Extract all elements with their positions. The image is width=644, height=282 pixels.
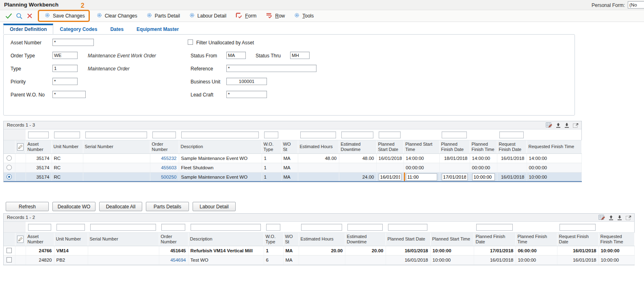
tab-category-codes[interactable]: Category Codes — [53, 24, 104, 34]
row-radio[interactable] — [7, 174, 12, 179]
column-filter-input[interactable] — [54, 131, 80, 138]
column-filter-input[interactable] — [90, 224, 156, 231]
pencil-icon[interactable] — [17, 143, 24, 151]
toolbar-button-form[interactable]: Form — [232, 11, 260, 21]
toolbar-button-save-changes[interactable]: Save Changes — [41, 11, 89, 21]
priority-field[interactable] — [52, 78, 78, 85]
customize-grid-icon[interactable] — [598, 214, 605, 221]
column-filter-input[interactable] — [559, 224, 596, 231]
tab-equipment-master[interactable]: Equipment Master — [130, 24, 185, 34]
find-icon[interactable] — [14, 11, 24, 20]
column-header-description[interactable]: Description — [188, 232, 264, 246]
toolbar-button-clear-changes[interactable]: Clear Changes — [93, 11, 141, 21]
column-header-wo-st[interactable]: WO St — [283, 232, 299, 246]
column-header-planned-start-date[interactable]: Planned Start Date — [376, 140, 403, 153]
order-type-field[interactable] — [52, 52, 78, 59]
column-header-planned-finish-time[interactable]: Planned Finish Time — [516, 232, 557, 246]
expand-grid-icon[interactable] — [625, 215, 632, 221]
cell-input-planned-finish-date[interactable] — [442, 173, 468, 181]
labour-detail-button[interactable]: Labour Detail — [193, 202, 236, 211]
column-filter-input[interactable] — [181, 131, 259, 138]
column-filter-input[interactable] — [347, 224, 383, 231]
order-number-link[interactable]: 455232 — [161, 156, 176, 161]
column-filter-input[interactable] — [152, 131, 176, 138]
tab-order-definition[interactable]: Order Definition — [3, 24, 53, 34]
asset-number-field[interactable] — [52, 39, 94, 46]
expand-grid-icon[interactable] — [572, 122, 579, 128]
column-filter-input[interactable] — [476, 224, 513, 231]
column-filter-input[interactable] — [388, 224, 427, 231]
row-checkbox[interactable] — [7, 257, 12, 262]
business-unit-field[interactable] — [226, 78, 267, 85]
column-filter-input[interactable] — [341, 131, 373, 138]
column-header-planned-finish-time[interactable]: Planned Finish Time — [470, 140, 497, 153]
column-filter-input[interactable] — [301, 224, 342, 231]
column-filter-input[interactable] — [300, 131, 336, 138]
cell-input-planned-start-time[interactable] — [406, 173, 437, 181]
column-header-order-number[interactable]: Order Number — [150, 140, 179, 153]
column-header-request-finish-date[interactable]: Request Finish Date — [497, 140, 527, 153]
toolbar-button-row[interactable]: Row — [262, 11, 288, 21]
parent-wo-no-field[interactable] — [52, 91, 86, 98]
cell-input-planned-finish-time[interactable] — [472, 173, 495, 181]
column-header-serial-number[interactable]: Serial Number — [83, 140, 150, 153]
pencil-icon[interactable] — [17, 236, 24, 243]
filter-unallocated-checkbox[interactable] — [188, 39, 193, 45]
column-filter-input[interactable] — [264, 131, 278, 138]
column-header-w-o-type[interactable]: W.O. Type — [264, 232, 283, 246]
lead-craft-field[interactable] — [226, 91, 267, 98]
column-header-w-o-type[interactable]: W.O. Type — [262, 140, 281, 153]
order-number-link[interactable]: 455603 — [161, 165, 176, 170]
column-header-estimated-hours[interactable]: Estimated Hours — [298, 140, 339, 153]
row-radio[interactable] — [7, 155, 12, 161]
column-header-serial-number[interactable]: Serial Number — [88, 232, 159, 246]
column-filter-input[interactable] — [499, 131, 524, 138]
row-checkbox[interactable] — [7, 248, 12, 253]
column-header-planned-finish-date[interactable]: Planned Finish Date — [439, 140, 470, 153]
column-header-wo-st[interactable]: WO St — [281, 140, 298, 153]
column-header-requested-finish-time[interactable]: Requested Finish Time — [598, 232, 634, 246]
column-header-requested-finish-time[interactable]: Requested Finish Time — [527, 140, 581, 153]
import-icon[interactable] — [617, 215, 622, 221]
refresh-button[interactable]: Refresh — [6, 202, 49, 211]
column-header-planned-finish-date[interactable]: Planned Finish Date — [474, 232, 516, 246]
column-filter-input[interactable] — [191, 224, 261, 231]
column-header-planned-start-date[interactable]: Planned Start Date — [386, 232, 430, 246]
customize-grid-icon[interactable] — [546, 122, 553, 128]
column-header-planned-start-time[interactable]: Planned Start Time — [403, 140, 439, 153]
row-radio[interactable] — [7, 165, 12, 170]
column-header-unit-number[interactable]: Unit Number — [52, 140, 83, 153]
parts-details-button[interactable]: Parts Details — [146, 202, 189, 211]
column-filter-input[interactable] — [442, 131, 467, 138]
tab-dates[interactable]: Dates — [104, 24, 130, 34]
column-header-estimated-downtime[interactable]: Estimated Downtime — [339, 140, 376, 153]
import-icon[interactable] — [564, 122, 570, 128]
order-number-link[interactable]: 500250 — [161, 175, 176, 179]
column-filter-input[interactable] — [28, 131, 49, 138]
column-header-asset-number[interactable]: Asset Number — [26, 140, 52, 153]
column-filter-input[interactable] — [379, 131, 401, 138]
status-thru-field[interactable] — [290, 52, 310, 59]
personal-form-select[interactable]: (No — [628, 1, 644, 9]
column-header-request-finish-date[interactable]: Request Finish Date — [557, 232, 598, 246]
toolbar-button-tools[interactable]: Tools — [290, 11, 317, 21]
export-icon[interactable] — [608, 215, 614, 221]
column-filter-input[interactable] — [85, 131, 147, 138]
column-filter-input[interactable] — [161, 224, 185, 231]
column-header-estimated-hours[interactable]: Estimated Hours — [299, 232, 345, 246]
cancel-x-icon[interactable] — [24, 11, 35, 20]
column-filter-input[interactable] — [28, 224, 51, 231]
deallocate-all-button[interactable]: Deallocate All — [99, 202, 142, 211]
column-filter-input[interactable] — [266, 224, 280, 231]
order-number-link[interactable]: 454694 — [170, 258, 186, 262]
type-field[interactable] — [52, 65, 78, 72]
column-header-order-number[interactable]: Order Number — [159, 232, 188, 246]
toolbar-button-labour-detail[interactable]: Labour Detail — [185, 11, 230, 21]
column-filter-input[interactable] — [56, 224, 85, 231]
cell-input-planned-start-date[interactable] — [379, 173, 401, 181]
toolbar-button-parts-detail[interactable]: Parts Detail — [143, 11, 184, 21]
status-from-field[interactable] — [226, 52, 246, 59]
column-header-asset-number[interactable]: Asset Number — [26, 232, 54, 246]
deallocate-wo-button[interactable]: Deallocate WO — [52, 202, 95, 211]
column-header-unit-number[interactable]: Unit Number — [54, 232, 88, 246]
